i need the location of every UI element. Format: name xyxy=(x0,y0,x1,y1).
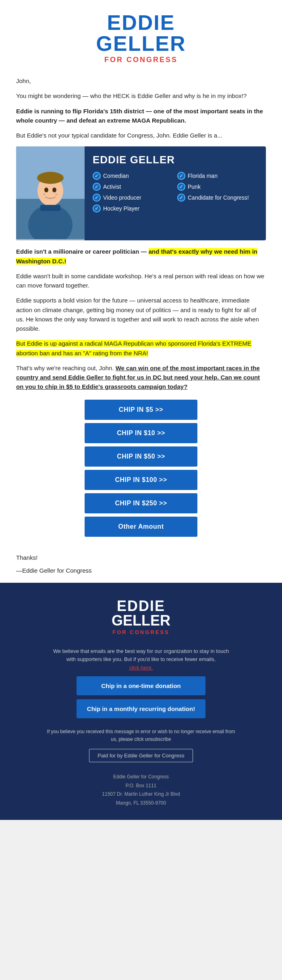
check-icon-activist: ✓ xyxy=(93,183,101,191)
footer-address-line2: P.O. Box 1111 xyxy=(16,782,266,790)
check-icon-comedian: ✓ xyxy=(93,172,101,180)
para2: Eddie is running to flip Florida's 15th … xyxy=(16,106,266,125)
sign-off: —Eddie Geller for Congress xyxy=(16,566,266,575)
para7-highlight: But Eddie is up against a radical MAGA R… xyxy=(16,340,251,356)
donate-btn-100[interactable]: CHIP IN $100 >> xyxy=(85,470,197,490)
footer: EDDIE GELLER FOR CONGRESS We believe tha… xyxy=(0,583,282,820)
trait-comedian: ✓ Comedian xyxy=(93,172,173,180)
candidate-photo xyxy=(16,146,85,240)
para3: But Eddie's not your typical candidate f… xyxy=(16,131,266,140)
para8: That's why we're reaching out, John. We … xyxy=(16,363,266,392)
email-header: EDDIE GELLER FOR CONGRESS xyxy=(0,0,282,72)
svg-point-6 xyxy=(44,188,48,192)
para4: Eddie isn't a millionaire or career poli… xyxy=(16,247,266,266)
trait-punk: ✓ Punk xyxy=(177,183,258,191)
check-icon-hockey: ✓ xyxy=(93,204,101,213)
footer-btn-recurring[interactable]: Chip in a monthly recurring donation! xyxy=(77,699,205,718)
check-icon-florida: ✓ xyxy=(177,172,185,180)
trait-florida-man: ✓ Florida man xyxy=(177,172,258,180)
footer-address: Eddie Geller for Congress P.O. Box 1111 … xyxy=(16,773,266,807)
donate-btn-250[interactable]: CHIP IN $250 >> xyxy=(85,493,197,513)
para1: You might be wondering — who the HECK is… xyxy=(16,91,266,100)
email-wrapper: EDDIE GELLER FOR CONGRESS John, You migh… xyxy=(0,0,282,820)
footer-paid-box: Paid for by Eddie Geller for Congress xyxy=(89,749,193,762)
candidate-info-title: EDDIE GELLER xyxy=(93,154,258,166)
trait-candidate: ✓ Candidate for Congress! xyxy=(177,194,258,202)
donate-btn-10[interactable]: CHIP IN $10 >> xyxy=(85,423,197,443)
trait-hockey: ✓ Hockey Player xyxy=(93,204,173,213)
trait-candidate-label: Candidate for Congress! xyxy=(188,194,249,201)
svg-point-4 xyxy=(37,172,64,184)
footer-address-line1: Eddie Geller for Congress xyxy=(16,773,266,782)
traits-grid: ✓ Comedian ✓ Florida man ✓ Activist ✓ Pu… xyxy=(93,172,258,213)
donate-btn-5[interactable]: CHIP IN $5 >> xyxy=(85,400,197,420)
footer-logo-for-congress: FOR CONGRESS xyxy=(16,629,266,635)
logo-eddie: EDDIE xyxy=(8,12,274,33)
trait-video-label: Video producer xyxy=(103,194,141,201)
trait-comedian-label: Comedian xyxy=(103,173,129,179)
greeting: John, xyxy=(16,76,266,85)
footer-address-line3: 11507 Dr. Martin Luther King Jr Blvd xyxy=(16,790,266,799)
check-icon-video: ✓ xyxy=(93,194,101,202)
svg-rect-5 xyxy=(40,205,60,211)
donate-btn-50[interactable]: CHIP IN $50 >> xyxy=(85,446,197,467)
para6: Eddie supports a bold vision for the fut… xyxy=(16,296,266,333)
footer-legal-text: If you believe you received this message… xyxy=(44,728,238,743)
footer-tagline: We believe that emails are the best way … xyxy=(52,647,230,672)
trait-video-producer: ✓ Video producer xyxy=(93,194,173,202)
footer-btn-one-time[interactable]: Chip in a one-time donation xyxy=(77,676,205,695)
footer-click-here-link[interactable]: click here. xyxy=(129,665,153,671)
para8-start: That's why we're reaching out, John. xyxy=(16,365,116,371)
svg-point-7 xyxy=(52,188,56,192)
check-icon-punk: ✓ xyxy=(177,183,185,191)
trait-hockey-label: Hockey Player xyxy=(103,205,139,212)
candidate-svg xyxy=(16,146,85,239)
trait-punk-label: Punk xyxy=(188,183,201,190)
thanks-section: Thanks! —Eddie Geller for Congress xyxy=(0,553,282,583)
para7: But Eddie is up against a radical MAGA R… xyxy=(16,339,266,358)
candidate-info: EDDIE GELLER ✓ Comedian ✓ Florida man ✓ … xyxy=(85,146,266,240)
check-icon-candidate: ✓ xyxy=(177,194,185,202)
footer-logo-geller: GELLER xyxy=(16,613,266,628)
body-content: John, You might be wondering — who the H… xyxy=(0,72,282,553)
para4-start: Eddie isn't a millionaire or career poli… xyxy=(16,248,149,255)
footer-logo-eddie: EDDIE xyxy=(16,599,266,613)
para5: Eddie wasn't built in some candidate wor… xyxy=(16,271,266,290)
candidate-block: EDDIE GELLER ✓ Comedian ✓ Florida man ✓ … xyxy=(16,146,266,240)
donation-section: CHIP IN $5 >> CHIP IN $10 >> CHIP IN $50… xyxy=(16,400,266,537)
para4-bold: Eddie isn't a millionaire or career poli… xyxy=(16,248,257,264)
logo-geller: GELLER xyxy=(8,33,274,54)
footer-tagline-text: We believe that emails are the best way … xyxy=(53,648,229,663)
trait-activist: ✓ Activist xyxy=(93,183,173,191)
footer-address-line4: Mango, FL 33550-9700 xyxy=(16,799,266,808)
logo-for-congress: FOR CONGRESS xyxy=(8,56,274,64)
donate-btn-other[interactable]: Other Amount xyxy=(85,517,197,537)
trait-activist-label: Activist xyxy=(103,183,121,190)
trait-florida-label: Florida man xyxy=(188,173,218,179)
thanks-text: Thanks! xyxy=(16,553,266,563)
footer-paid-text: Paid for by Eddie Geller for Congress xyxy=(97,753,184,759)
